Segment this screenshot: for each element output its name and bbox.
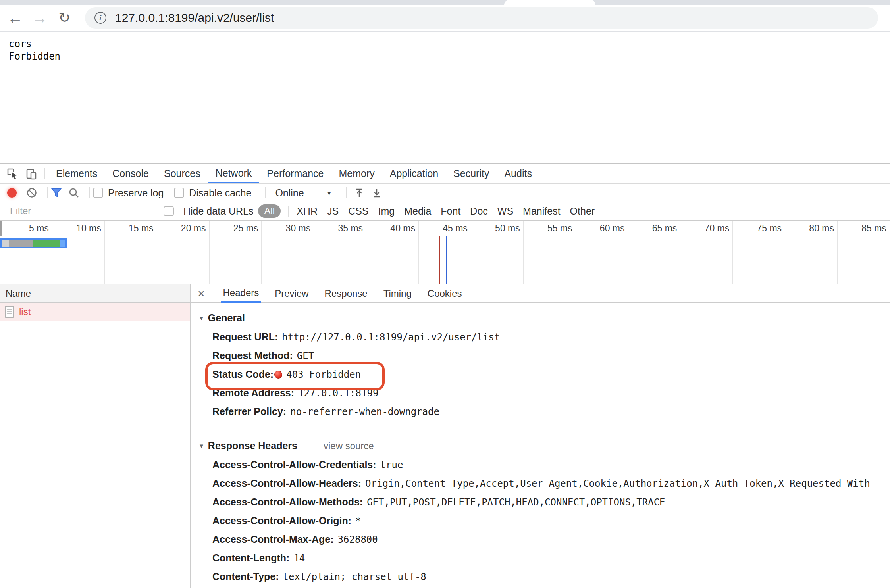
filter-cat-other[interactable]: Other bbox=[570, 206, 595, 217]
status-dot-icon bbox=[274, 371, 282, 379]
tab-network[interactable]: Network bbox=[208, 164, 260, 183]
tab-security[interactable]: Security bbox=[446, 164, 497, 183]
timeline-tick: 10 ms bbox=[52, 221, 105, 284]
reload-button[interactable]: ↻ bbox=[55, 8, 74, 27]
waterfall-waiting-segment bbox=[33, 240, 60, 247]
detail-tab-timing[interactable]: Timing bbox=[381, 284, 414, 303]
timeline-tick: 20 ms bbox=[157, 221, 210, 284]
network-main-split: Name list × Headers Preview Response Tim… bbox=[0, 284, 890, 588]
tab-application[interactable]: Application bbox=[382, 164, 446, 183]
toolbar-separator bbox=[89, 187, 90, 198]
filter-button[interactable] bbox=[51, 187, 62, 198]
filter-cat-manifest[interactable]: Manifest bbox=[523, 206, 560, 217]
status-code-row: Status Code:403 Forbidden bbox=[212, 368, 890, 382]
tab-memory[interactable]: Memory bbox=[331, 164, 382, 183]
export-har-button[interactable] bbox=[371, 187, 382, 198]
disable-cache-checkbox[interactable] bbox=[174, 188, 184, 198]
tab-console[interactable]: Console bbox=[105, 164, 156, 183]
page-body-text: cors Forbidden bbox=[9, 38, 890, 63]
overview-scroll-handle[interactable] bbox=[0, 221, 2, 236]
tab-sources[interactable]: Sources bbox=[156, 164, 208, 183]
tab-elements[interactable]: Elements bbox=[48, 164, 105, 183]
kv-label: Referrer Policy: bbox=[212, 406, 286, 417]
header-row: Content-Type:text/plain; charset=utf-8 bbox=[212, 571, 890, 584]
back-button[interactable]: ← bbox=[6, 8, 25, 27]
kv-value: 403 Forbidden bbox=[286, 369, 361, 380]
kv-value: http://127.0.0.1:8199/api.v2/user/list bbox=[282, 332, 500, 343]
filter-cat-img[interactable]: Img bbox=[378, 206, 395, 217]
filter-cat-media[interactable]: Media bbox=[404, 206, 431, 217]
chevron-down-icon[interactable]: ▼ bbox=[326, 190, 332, 196]
filter-funnel-icon bbox=[51, 187, 62, 198]
kv-value: * bbox=[355, 515, 361, 527]
import-har-button[interactable] bbox=[354, 187, 365, 198]
tab-audits[interactable]: Audits bbox=[497, 164, 539, 183]
request-waterfall-bar[interactable] bbox=[0, 238, 67, 248]
forward-button[interactable]: → bbox=[30, 8, 49, 27]
kv-label: Access-Control-Allow-Methods: bbox=[212, 496, 363, 507]
hide-data-urls-checkbox[interactable] bbox=[164, 206, 174, 216]
upload-arrow-icon bbox=[354, 187, 365, 198]
filter-cat-font[interactable]: Font bbox=[441, 206, 460, 217]
general-section-title: General bbox=[208, 312, 245, 324]
header-row: Content-Length:14 bbox=[212, 552, 890, 565]
search-button[interactable] bbox=[68, 187, 79, 198]
search-icon bbox=[68, 187, 79, 198]
page-info-icon[interactable]: i bbox=[94, 12, 106, 24]
timeline-tick: 70 ms bbox=[680, 221, 733, 284]
throttling-select[interactable]: Online bbox=[275, 187, 304, 199]
network-filter-bar: Hide data URLs All XHR JS CSS Img Media … bbox=[0, 202, 890, 221]
clear-button[interactable] bbox=[26, 187, 37, 198]
requests-pane: Name list bbox=[0, 284, 191, 588]
back-icon: ← bbox=[7, 9, 23, 27]
kv-label: Status Code: bbox=[212, 369, 274, 380]
device-toolbar-icon bbox=[25, 167, 38, 180]
timeline-tick: 15 ms bbox=[105, 221, 157, 284]
disable-cache-label: Disable cache bbox=[189, 187, 251, 199]
view-source-link[interactable]: view source bbox=[324, 440, 374, 452]
detail-tab-cookies[interactable]: Cookies bbox=[426, 284, 464, 303]
filter-cat-js[interactable]: JS bbox=[327, 206, 339, 217]
clear-icon bbox=[26, 187, 37, 198]
kv-value: text/plain; charset=utf-8 bbox=[283, 571, 426, 582]
active-tab[interactable] bbox=[504, 0, 595, 5]
timeline-tick: 45 ms bbox=[419, 221, 471, 284]
url-text[interactable]: 127.0.0.1:8199/api.v2/user/list bbox=[115, 11, 274, 25]
toolbar-separator bbox=[346, 187, 347, 198]
kv-value: 14 bbox=[293, 553, 305, 564]
filter-cat-css[interactable]: CSS bbox=[348, 206, 368, 217]
response-headers-section-header[interactable]: ▼ Response Headers view source bbox=[198, 440, 890, 452]
address-bar[interactable]: i 127.0.0.1:8199/api.v2/user/list bbox=[85, 7, 878, 29]
remote-address-row: Remote Address:127.0.0.1:8199 bbox=[212, 387, 890, 400]
record-button[interactable] bbox=[7, 188, 17, 198]
headers-detail-body: ▼ General Request URL:http://127.0.0.1:8… bbox=[191, 303, 890, 588]
page-content: cors Forbidden bbox=[0, 38, 890, 163]
preserve-log-checkbox[interactable] bbox=[93, 188, 103, 198]
request-row-list[interactable]: list bbox=[0, 303, 190, 321]
detail-tab-headers[interactable]: Headers bbox=[221, 284, 261, 303]
kv-value: Origin,Content-Type,Accept,User-Agent,Co… bbox=[365, 478, 870, 489]
general-section-header[interactable]: ▼ General bbox=[198, 312, 890, 324]
filter-all-pill[interactable]: All bbox=[258, 204, 281, 218]
tab-performance[interactable]: Performance bbox=[259, 164, 331, 183]
kv-label: Remote Address: bbox=[212, 387, 294, 398]
network-overview-timeline[interactable]: 5 ms 10 ms 15 ms 20 ms 25 ms 30 ms 35 ms… bbox=[0, 221, 890, 284]
request-url-row: Request URL:http://127.0.0.1:8199/api.v2… bbox=[212, 331, 890, 344]
close-detail-button[interactable]: × bbox=[198, 288, 205, 300]
device-toolbar-button[interactable] bbox=[22, 164, 41, 183]
toolbar-separator bbox=[265, 187, 266, 198]
filter-cat-xhr[interactable]: XHR bbox=[297, 206, 318, 217]
kv-value: GET,PUT,POST,DELETE,PATCH,HEAD,CONNECT,O… bbox=[367, 497, 665, 508]
name-column-header[interactable]: Name bbox=[0, 284, 190, 303]
timeline-tick: 75 ms bbox=[733, 221, 785, 284]
filter-cat-doc[interactable]: Doc bbox=[470, 206, 487, 217]
filter-input[interactable] bbox=[5, 204, 146, 218]
detail-tab-preview[interactable]: Preview bbox=[273, 284, 310, 303]
detail-tab-response[interactable]: Response bbox=[323, 284, 370, 303]
timeline-tick: 65 ms bbox=[628, 221, 681, 284]
request-method-row: Request Method:GET bbox=[212, 350, 890, 363]
filter-cat-ws[interactable]: WS bbox=[497, 206, 513, 217]
kv-label: Access-Control-Allow-Origin: bbox=[212, 515, 351, 526]
dom-content-loaded-event-line bbox=[439, 236, 440, 284]
inspect-element-button[interactable] bbox=[3, 164, 22, 183]
